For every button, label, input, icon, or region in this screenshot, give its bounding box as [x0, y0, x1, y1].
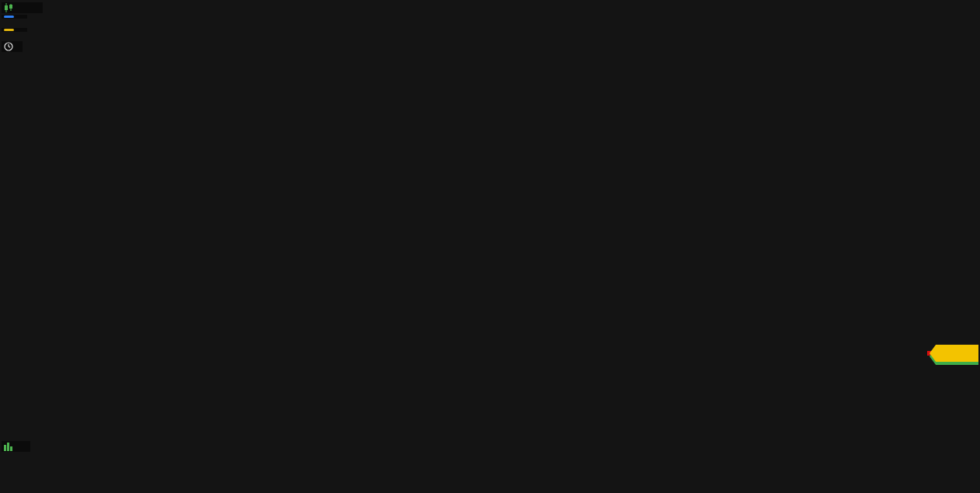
timeline-legend[interactable]	[2, 41, 23, 52]
candlestick-icon	[4, 3, 13, 12]
chart-window	[0, 0, 980, 493]
ema50-legend[interactable]	[2, 15, 27, 19]
volume-legend[interactable]	[2, 441, 30, 452]
ema200-legend[interactable]	[2, 28, 27, 32]
chart-canvas[interactable]	[0, 0, 980, 493]
volume-bars-icon	[4, 442, 13, 451]
clock-icon	[4, 42, 13, 51]
symbol-legend[interactable]	[2, 2, 43, 13]
ema200-price-badge[interactable]	[929, 345, 978, 362]
ema50-line-icon	[4, 16, 14, 18]
ema200-line-icon	[4, 29, 14, 31]
